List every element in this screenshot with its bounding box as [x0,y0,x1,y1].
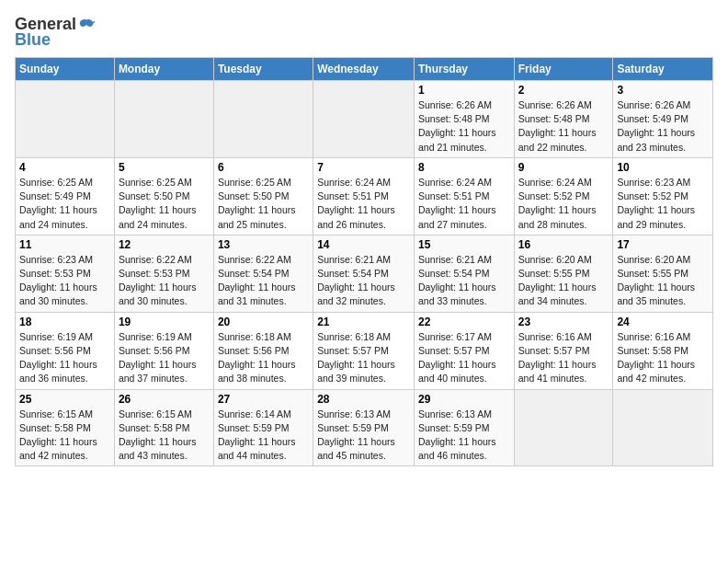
day-number: 29 [418,393,510,406]
day-info: Sunrise: 6:24 AM Sunset: 5:51 PM Dayligh… [418,176,510,232]
calendar-cell: 14Sunrise: 6:21 AM Sunset: 5:54 PM Dayli… [313,235,415,312]
day-number: 19 [119,316,210,328]
day-info: Sunrise: 6:18 AM Sunset: 5:57 PM Dayligh… [317,330,410,386]
week-row-2: 11Sunrise: 6:23 AM Sunset: 5:53 PM Dayli… [16,235,713,312]
week-row-0: 1Sunrise: 6:26 AM Sunset: 5:48 PM Daylig… [16,81,713,158]
header: General Blue [15,15,713,50]
calendar-cell: 15Sunrise: 6:21 AM Sunset: 5:54 PM Dayli… [414,235,514,312]
day-info: Sunrise: 6:19 AM Sunset: 5:56 PM Dayligh… [119,330,210,386]
day-number: 18 [19,316,110,328]
day-number: 23 [518,316,609,328]
day-number: 11 [19,238,110,251]
day-info: Sunrise: 6:22 AM Sunset: 5:54 PM Dayligh… [218,253,309,309]
day-info: Sunrise: 6:20 AM Sunset: 5:55 PM Dayligh… [617,253,709,309]
dow-header-sunday: Sunday [16,58,115,81]
calendar-cell: 12Sunrise: 6:22 AM Sunset: 5:53 PM Dayli… [114,235,213,312]
calendar-cell [613,389,713,466]
calendar-cell: 26Sunrise: 6:15 AM Sunset: 5:58 PM Dayli… [114,389,213,466]
day-number: 20 [218,316,309,328]
day-number: 21 [317,316,410,328]
calendar-cell: 1Sunrise: 6:26 AM Sunset: 5:48 PM Daylig… [414,81,514,158]
dow-header-wednesday: Wednesday [313,58,415,81]
day-number: 6 [218,161,309,174]
calendar-cell: 7Sunrise: 6:24 AM Sunset: 5:51 PM Daylig… [313,157,415,235]
day-info: Sunrise: 6:24 AM Sunset: 5:52 PM Dayligh… [518,176,609,232]
day-info: Sunrise: 6:14 AM Sunset: 5:59 PM Dayligh… [218,408,309,464]
calendar-cell: 4Sunrise: 6:25 AM Sunset: 5:49 PM Daylig… [16,157,115,235]
day-number: 17 [617,238,709,251]
calendar-cell [114,81,213,158]
calendar-cell: 8Sunrise: 6:24 AM Sunset: 5:51 PM Daylig… [414,157,514,235]
day-number: 12 [119,238,210,251]
dow-header-friday: Friday [514,58,613,81]
day-number: 15 [418,238,510,251]
calendar-cell: 25Sunrise: 6:15 AM Sunset: 5:58 PM Dayli… [16,389,115,466]
calendar-cell: 11Sunrise: 6:23 AM Sunset: 5:53 PM Dayli… [16,235,115,312]
calendar-cell: 29Sunrise: 6:13 AM Sunset: 5:59 PM Dayli… [414,389,514,466]
dow-header-monday: Monday [114,58,213,81]
calendar-cell [514,389,613,466]
logo-bird-icon [78,17,95,33]
calendar-cell: 22Sunrise: 6:17 AM Sunset: 5:57 PM Dayli… [414,312,514,389]
day-info: Sunrise: 6:16 AM Sunset: 5:58 PM Dayligh… [617,330,709,386]
calendar-cell: 21Sunrise: 6:18 AM Sunset: 5:57 PM Dayli… [313,312,415,389]
day-info: Sunrise: 6:15 AM Sunset: 5:58 PM Dayligh… [19,408,110,464]
calendar-cell: 23Sunrise: 6:16 AM Sunset: 5:57 PM Dayli… [514,312,613,389]
day-number: 4 [19,161,110,174]
calendar-cell: 3Sunrise: 6:26 AM Sunset: 5:49 PM Daylig… [613,81,713,158]
calendar-cell: 9Sunrise: 6:24 AM Sunset: 5:52 PM Daylig… [514,157,613,235]
day-info: Sunrise: 6:21 AM Sunset: 5:54 PM Dayligh… [418,253,510,309]
day-info: Sunrise: 6:13 AM Sunset: 5:59 PM Dayligh… [317,408,410,464]
day-info: Sunrise: 6:20 AM Sunset: 5:55 PM Dayligh… [518,253,609,309]
day-info: Sunrise: 6:22 AM Sunset: 5:53 PM Dayligh… [119,253,210,309]
calendar-cell: 6Sunrise: 6:25 AM Sunset: 5:50 PM Daylig… [213,157,313,235]
dow-header-saturday: Saturday [613,58,713,81]
day-info: Sunrise: 6:23 AM Sunset: 5:53 PM Dayligh… [19,253,110,309]
day-info: Sunrise: 6:26 AM Sunset: 5:48 PM Dayligh… [418,98,510,155]
logo-blue-text: Blue [15,30,51,50]
dow-header-thursday: Thursday [414,58,514,81]
day-number: 24 [617,316,709,328]
day-info: Sunrise: 6:19 AM Sunset: 5:56 PM Dayligh… [19,330,110,386]
calendar-cell: 16Sunrise: 6:20 AM Sunset: 5:55 PM Dayli… [514,235,613,312]
day-number: 13 [218,238,309,251]
day-number: 7 [317,161,410,174]
day-number: 9 [518,161,609,174]
day-info: Sunrise: 6:15 AM Sunset: 5:58 PM Dayligh… [119,408,210,464]
week-row-3: 18Sunrise: 6:19 AM Sunset: 5:56 PM Dayli… [16,312,713,389]
calendar-table: SundayMondayTuesdayWednesdayThursdayFrid… [15,57,713,466]
day-number: 27 [218,393,309,406]
calendar-cell: 18Sunrise: 6:19 AM Sunset: 5:56 PM Dayli… [16,312,115,389]
calendar-cell: 19Sunrise: 6:19 AM Sunset: 5:56 PM Dayli… [114,312,213,389]
day-info: Sunrise: 6:18 AM Sunset: 5:56 PM Dayligh… [218,330,309,386]
logo: General Blue [15,15,95,50]
days-of-week-header: SundayMondayTuesdayWednesdayThursdayFrid… [16,58,713,81]
day-info: Sunrise: 6:26 AM Sunset: 5:49 PM Dayligh… [617,98,709,155]
day-info: Sunrise: 6:13 AM Sunset: 5:59 PM Dayligh… [418,408,510,464]
day-number: 2 [518,84,609,97]
day-number: 25 [19,393,110,406]
day-info: Sunrise: 6:17 AM Sunset: 5:57 PM Dayligh… [418,330,510,386]
day-number: 3 [617,84,709,97]
day-number: 16 [518,238,609,251]
calendar-cell: 17Sunrise: 6:20 AM Sunset: 5:55 PM Dayli… [613,235,713,312]
day-number: 8 [418,161,510,174]
week-row-1: 4Sunrise: 6:25 AM Sunset: 5:49 PM Daylig… [16,157,713,235]
day-number: 22 [418,316,510,328]
day-number: 10 [617,161,709,174]
day-info: Sunrise: 6:25 AM Sunset: 5:50 PM Dayligh… [218,176,309,232]
day-number: 26 [119,393,210,406]
calendar-cell [16,81,115,158]
calendar-body: 1Sunrise: 6:26 AM Sunset: 5:48 PM Daylig… [16,81,713,466]
calendar-cell [213,81,313,158]
calendar-cell: 10Sunrise: 6:23 AM Sunset: 5:52 PM Dayli… [613,157,713,235]
day-number: 14 [317,238,410,251]
calendar-cell: 20Sunrise: 6:18 AM Sunset: 5:56 PM Dayli… [213,312,313,389]
week-row-4: 25Sunrise: 6:15 AM Sunset: 5:58 PM Dayli… [16,389,713,466]
calendar-cell: 13Sunrise: 6:22 AM Sunset: 5:54 PM Dayli… [213,235,313,312]
calendar-cell: 5Sunrise: 6:25 AM Sunset: 5:50 PM Daylig… [114,157,213,235]
day-number: 28 [317,393,410,406]
calendar-cell: 27Sunrise: 6:14 AM Sunset: 5:59 PM Dayli… [213,389,313,466]
calendar-cell [313,81,415,158]
calendar-cell: 2Sunrise: 6:26 AM Sunset: 5:48 PM Daylig… [514,81,613,158]
